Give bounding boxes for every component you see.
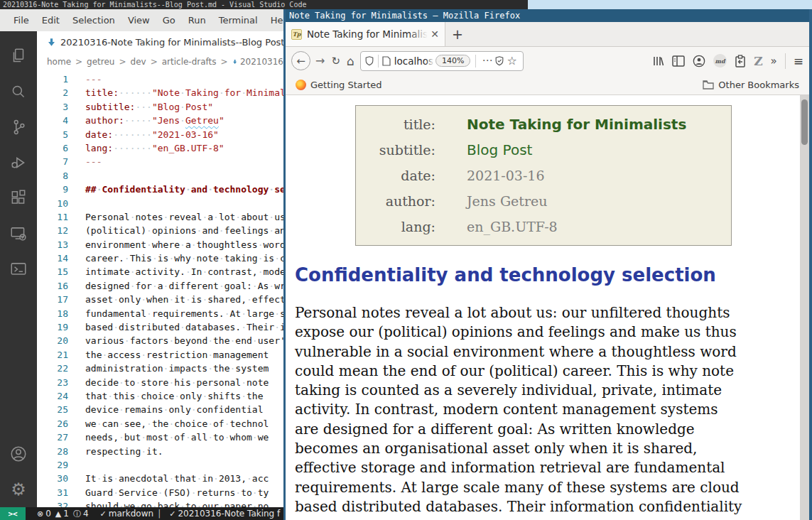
editor-line[interactable]: 13environment·where·a·thoughtless·word·c… xyxy=(37,238,283,251)
editor-line[interactable]: 18fundamental·requirements.·At·large·sca… xyxy=(37,307,283,320)
other-bookmarks-folder[interactable]: Other Bookmarks xyxy=(703,80,799,90)
remote-explorer-icon[interactable] xyxy=(1,216,36,251)
language-mode-indicator[interactable]: ✓ markdown | ✓ 20210316-Note Taking f xyxy=(96,509,281,519)
editor-line[interactable]: 8 xyxy=(37,169,283,183)
line-number: 11 xyxy=(37,210,68,224)
editor-line[interactable]: 3subtitle:···"Blog·Post" xyxy=(37,100,283,114)
bookmarks-toolbar: Getting Started Other Bookmarks xyxy=(286,75,809,95)
remote-indicator-button[interactable]: >< xyxy=(0,507,26,520)
editor-line[interactable]: 9##·Confidentiality·and·technology·selec… xyxy=(37,183,283,196)
explorer-icon[interactable] xyxy=(1,38,36,74)
back-button[interactable]: ← xyxy=(291,51,310,70)
editor-line[interactable]: 5date:·······"2021-03-16" xyxy=(37,128,283,141)
line-number: 29 xyxy=(37,458,68,472)
firefox-tab-title: Note Taking for Minimalis xyxy=(307,28,428,40)
frontmatter-row: lang:en_GB.UTF-8 xyxy=(356,214,731,239)
zotero-icon[interactable]: Z xyxy=(754,54,762,68)
menu-item-file[interactable]: File xyxy=(7,15,36,26)
breadcrumb-item[interactable]: home xyxy=(47,57,71,67)
library-icon[interactable] xyxy=(651,55,664,67)
breadcrumb-item[interactable]: dev xyxy=(131,57,146,67)
editor-line[interactable]: 22administration·impacts·the·system xyxy=(37,362,283,375)
bookmark-star-icon[interactable]: ☆ xyxy=(507,55,516,67)
firefox-active-tab[interactable]: Tp Note Taking for Minimalis ✕ xyxy=(286,22,445,46)
editor-line[interactable]: 28respecting·it. xyxy=(37,445,283,458)
tab-close-icon[interactable]: ✕ xyxy=(431,28,439,40)
menu-item-run[interactable]: Run xyxy=(182,15,212,26)
firefox-account-icon[interactable] xyxy=(693,55,705,67)
editor-line[interactable]: 26we·can·see,·the·choice·of·technol xyxy=(37,417,283,430)
editor-line[interactable]: 27needs,·but·most·of·all·to·whom·we xyxy=(37,430,283,444)
home-button[interactable]: ⌂ xyxy=(347,54,354,68)
search-icon[interactable] xyxy=(1,74,36,109)
page-actions-icon[interactable]: ⋯ xyxy=(482,55,492,66)
editor-code-area[interactable]: 1---2title:······"Note·Taking·for·Minima… xyxy=(37,71,283,507)
menu-item-edit[interactable]: Edit xyxy=(36,15,66,26)
editor-line[interactable]: 14career.·This·is·why·note·taking·is·cou… xyxy=(37,251,283,265)
settings-gear-icon[interactable]: ⚙ xyxy=(1,472,36,507)
editor-line[interactable]: 25device·remains·only·confidential xyxy=(37,403,283,416)
menu-item-go[interactable]: Go xyxy=(156,15,182,26)
editor-line[interactable]: 29 xyxy=(37,458,283,472)
url-bar[interactable]: localhost:4307 140% ⋯ ☆ xyxy=(360,51,524,71)
zoom-level-button[interactable]: 140% xyxy=(435,55,470,67)
frontmatter-table: title:Note Taking for Minimalistssubtitl… xyxy=(355,105,732,246)
reload-button[interactable]: ↻ xyxy=(331,55,340,67)
breadcrumb-item[interactable]: getreu xyxy=(87,57,114,67)
frontmatter-label: lang: xyxy=(356,219,435,234)
page-info-icon[interactable] xyxy=(382,56,391,66)
editor-line[interactable]: 17asset·only·when·it·is·shared,·effectiv… xyxy=(37,293,283,306)
page-content[interactable]: title:Note Taking for Minimalistssubtitl… xyxy=(286,95,809,520)
editor-line[interactable]: 7--- xyxy=(37,155,283,168)
terminal-panel-icon[interactable] xyxy=(1,251,36,287)
editor-line[interactable]: 4author:·····"Jens·Getreu" xyxy=(37,114,283,127)
editor-line[interactable]: 23decide·to·store·his·personal·note xyxy=(37,376,283,389)
source-control-icon[interactable] xyxy=(1,109,36,145)
tracking-protection-shield-icon[interactable] xyxy=(364,55,374,66)
editor-line[interactable]: 12(political)·opinions·and·feelings·and·… xyxy=(37,224,283,237)
editor-line[interactable]: 19based·distributed·databases.·Their·inf… xyxy=(37,320,283,334)
breadcrumb-item[interactable]: 20210316 xyxy=(240,57,283,67)
editor-line[interactable]: 31Guard·Service·(FSO)·returns·to·ty xyxy=(37,486,283,499)
menu-item-selection[interactable]: Selection xyxy=(66,15,121,26)
menu-item-terminal[interactable]: Terminal xyxy=(212,15,264,26)
vscode-activity-bar: ⚙ xyxy=(0,31,37,507)
forward-button[interactable]: → xyxy=(315,54,325,67)
editor-line[interactable]: 21the·access·restriction·management xyxy=(37,348,283,362)
run-debug-icon[interactable] xyxy=(1,145,36,180)
shield-check-icon[interactable] xyxy=(494,55,504,66)
bookmark-getting-started[interactable]: Getting Started xyxy=(296,80,382,90)
editor-line[interactable]: 32should·we·go·back·to·our·paper·no xyxy=(37,499,283,507)
markdown-viewer-extension-icon[interactable]: md xyxy=(713,54,727,67)
editor-line[interactable]: 1--- xyxy=(37,72,283,86)
overflow-menu-icon[interactable]: » xyxy=(771,55,777,67)
line-number: 9 xyxy=(37,183,68,196)
url-text[interactable]: localhost:4307 xyxy=(394,55,434,67)
app-menu-icon[interactable]: ≡ xyxy=(794,54,803,68)
extensions-icon[interactable] xyxy=(1,180,36,216)
clipboard-extension-icon[interactable] xyxy=(735,55,746,67)
vscode-editor-tab[interactable]: 20210316-Note Taking for Minimalists--Bl… xyxy=(37,31,283,53)
new-tab-button[interactable]: + xyxy=(445,22,470,46)
editor-line[interactable]: 15intimate·activity.·In·contrast,·modern… xyxy=(37,265,283,278)
firefox-window-titlebar[interactable]: Note Taking for Minimalists — Mozilla Fi… xyxy=(286,9,809,22)
frontmatter-label: title: xyxy=(356,117,435,132)
menu-item-view[interactable]: View xyxy=(121,15,156,26)
frontmatter-value: 2021-03-16 xyxy=(467,168,731,183)
editor-line[interactable]: 20various·factors·beyond·the·end·user's·… xyxy=(37,334,283,347)
content-scrollbar[interactable] xyxy=(800,95,809,520)
editor-line[interactable]: 24that·this·choice·only·shifts·the xyxy=(37,389,283,403)
breadcrumb-item[interactable]: article-drafts xyxy=(162,57,217,67)
sidebar-toggle-icon[interactable] xyxy=(672,55,685,67)
problems-indicator[interactable]: ⊗ 0 ▲ 1 ⓘ 4 xyxy=(33,509,89,519)
editor-line[interactable]: 10 xyxy=(37,197,283,210)
editor-line[interactable]: 2title:······"Note·Taking·for·Minimalist… xyxy=(37,86,283,99)
scrollbar-thumb[interactable] xyxy=(801,99,808,145)
editor-line[interactable]: 30It·is·anecdotal·that·in·2013,·acc xyxy=(37,472,283,485)
editor-line[interactable]: 16designed·for·a·different·goal:·As·writ… xyxy=(37,279,283,293)
editor-line[interactable]: 11Personal·notes·reveal·a·lot·about·us:·… xyxy=(37,210,283,224)
editor-line[interactable]: 6lang:·······"en_GB.UTF-8" xyxy=(37,141,283,155)
account-icon[interactable] xyxy=(1,436,36,472)
paragraph-line: taking is counted as a severely individu… xyxy=(295,381,809,400)
menu-item-help[interactable]: Help xyxy=(264,15,283,26)
